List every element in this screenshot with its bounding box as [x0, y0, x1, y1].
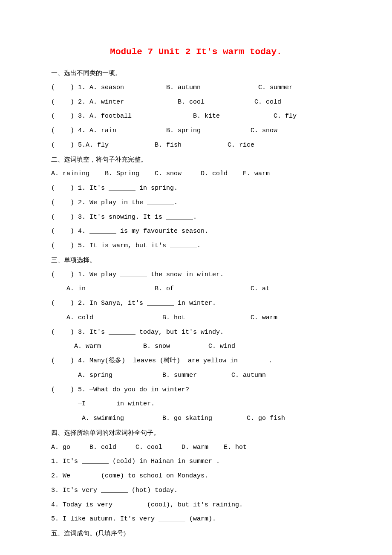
section-4-heading: 四、选择所给单词的对应词补全句子。: [51, 426, 341, 440]
section-3-heading: 三、单项选择。: [51, 253, 341, 268]
s2-q4: ( ) 4. _______ is my favourite season.: [51, 224, 341, 239]
s3-q3-options: A. warm B. snow C. wind: [51, 339, 341, 354]
s1-q1: ( ) 1. A. season B. autumn C. summer: [51, 81, 341, 95]
s1-q3: ( ) 3. A. football B. kite C. fly: [51, 109, 341, 124]
s2-q1: ( ) 1. It's _______ in spring.: [51, 181, 341, 196]
s3-q5: ( ) 5. —What do you do in winter?: [51, 383, 341, 397]
s2-options: A. raining B. Spring C. snow D. cold E. …: [51, 167, 341, 181]
s3-q4-options: A. spring B. summer C. autumn: [51, 368, 341, 383]
s3-q2-options: A. cold B. hot C. warm: [51, 311, 341, 325]
s3-q2: ( ) 2. In Sanya, it's _______ in winter.: [51, 296, 341, 311]
section-1-heading: 一、选出不同类的一项。: [51, 66, 341, 81]
s1-q2: ( ) 2. A. winter B. cool C. cold: [51, 95, 341, 110]
s3-q5b: —I_______ in winter.: [51, 397, 341, 411]
s4-options: A. go B. cold C. cool D. warm E. hot: [51, 440, 341, 455]
s3-q1-options: A. in B. of C. at: [51, 282, 341, 296]
s3-q4: ( ) 4. Many(很多) leaves (树叶) are yellow i…: [51, 354, 341, 368]
s4-q1: 1. It's _______ (cold) in Hainan in summ…: [51, 454, 341, 469]
s2-q3: ( ) 3. It's snowing. It is _______.: [51, 210, 341, 225]
section-2-heading: 二、选词填空，将句子补充完整。: [51, 153, 341, 167]
s4-q3: 3. It's very _______ (hot) today.: [51, 483, 341, 498]
s2-q5: ( ) 5. It is warm, but it's _______.: [51, 239, 341, 253]
s1-q4: ( ) 4. A. rain B. spring C. snow: [51, 124, 341, 138]
s4-q4: 4. Today is very_ ______ (cool), but it'…: [51, 498, 341, 512]
s2-q2: ( ) 2. We play in the _______.: [51, 196, 341, 210]
s4-q2: 2. We_______ (come) to school on Mondays…: [51, 469, 341, 483]
s3-q3: ( ) 3. It's _______ today, but it's wind…: [51, 325, 341, 340]
s4-q5: 5. I like autumn. It's very _______ (war…: [51, 512, 341, 526]
s3-q1: ( ) 1. We play _______ the snow in winte…: [51, 268, 341, 282]
page-title: Module 7 Unit 2 It's warm today.: [51, 47, 341, 57]
s3-q5-options: A. swimming B. go skating C. go fish: [51, 411, 341, 426]
s1-q5: ( ) 5.A. fly B. fish C. rice: [51, 138, 341, 153]
worksheet-page: Module 7 Unit 2 It's warm today. 一、选出不同类…: [0, 0, 392, 555]
section-5-heading: 五、连词成句。(只填序号): [51, 526, 341, 541]
